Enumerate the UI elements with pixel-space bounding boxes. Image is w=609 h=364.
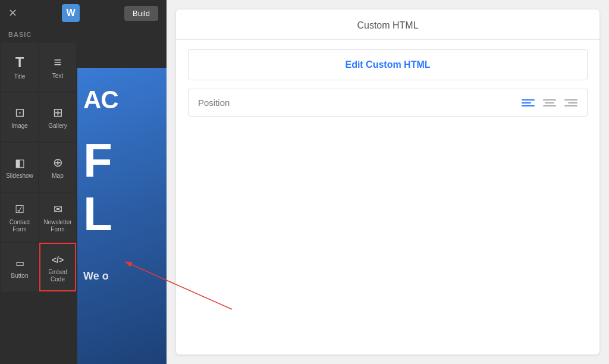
slideshow-icon xyxy=(15,156,25,169)
gallery-icon xyxy=(53,106,63,119)
canvas-text-we: We o xyxy=(83,270,109,283)
sidebar-item-text-label: Text xyxy=(52,73,63,80)
left-panel: ✕ W Build BASIC AC F L We o Title Text xyxy=(0,0,167,364)
canvas-preview: AC F L We o xyxy=(77,68,167,364)
sidebar-item-title-label: Title xyxy=(14,73,26,80)
section-label: BASIC xyxy=(0,26,167,42)
properties-panel: Custom HTML Edit Custom HTML Position xyxy=(176,10,599,354)
right-panel: Custom HTML Edit Custom HTML Position xyxy=(167,0,609,364)
align-right-button[interactable] xyxy=(564,99,577,106)
canvas-text-l: L xyxy=(83,187,112,241)
sidebar-item-newsletter-form[interactable]: Newsletter Form xyxy=(39,193,76,241)
sidebar-item-map-label: Map xyxy=(52,172,63,180)
sidebar-item-gallery-label: Gallery xyxy=(48,123,67,130)
position-align-options xyxy=(522,99,577,106)
edit-custom-html-button[interactable]: Edit Custom HTML xyxy=(188,49,588,80)
sidebar-item-button-label: Button xyxy=(11,272,29,280)
contact-form-icon xyxy=(15,202,24,215)
sidebar-item-title[interactable]: Title xyxy=(1,43,38,92)
sidebar-item-newsletter-form-label: Newsletter Form xyxy=(42,219,73,233)
panel-body: Edit Custom HTML Position xyxy=(176,40,599,126)
sidebar-item-map[interactable]: Map xyxy=(39,143,76,192)
canvas-text-ac: AC xyxy=(83,86,118,114)
sidebar-item-gallery[interactable]: Gallery xyxy=(39,93,76,142)
embed-code-icon xyxy=(52,252,64,265)
items-grid: Title Text Image Gallery Slideshow xyxy=(0,42,77,293)
sidebar-item-contact-form[interactable]: Contact Form xyxy=(1,193,38,241)
sidebar-item-slideshow[interactable]: Slideshow xyxy=(1,143,38,192)
build-tab[interactable]: Build xyxy=(124,6,158,21)
button-icon xyxy=(15,256,24,269)
position-row: Position xyxy=(188,89,588,117)
close-button[interactable]: ✕ xyxy=(8,8,17,18)
sidebar-item-image[interactable]: Image xyxy=(1,93,38,142)
sidebar-item-button[interactable]: Button xyxy=(1,243,38,291)
panel-title: Custom HTML xyxy=(176,10,599,40)
sidebar-item-image-label: Image xyxy=(11,123,28,130)
sidebar-item-embed-code[interactable]: Embed Code xyxy=(39,243,76,291)
newsletter-form-icon xyxy=(54,202,62,215)
title-icon xyxy=(15,55,24,70)
logo: W xyxy=(62,4,80,22)
align-left-button[interactable] xyxy=(522,99,535,106)
position-label: Position xyxy=(198,98,230,108)
map-icon xyxy=(53,156,63,169)
canvas-text-f: F xyxy=(83,133,112,188)
sidebar-item-contact-form-label: Contact Form xyxy=(4,219,35,233)
align-center-button[interactable] xyxy=(543,99,556,106)
image-icon xyxy=(15,106,25,119)
text-icon xyxy=(54,56,62,69)
sidebar-item-embed-code-label: Embed Code xyxy=(43,269,73,283)
sidebar-item-text[interactable]: Text xyxy=(39,43,76,92)
sidebar-item-slideshow-label: Slideshow xyxy=(6,172,33,180)
top-bar: ✕ W Build xyxy=(0,0,167,26)
